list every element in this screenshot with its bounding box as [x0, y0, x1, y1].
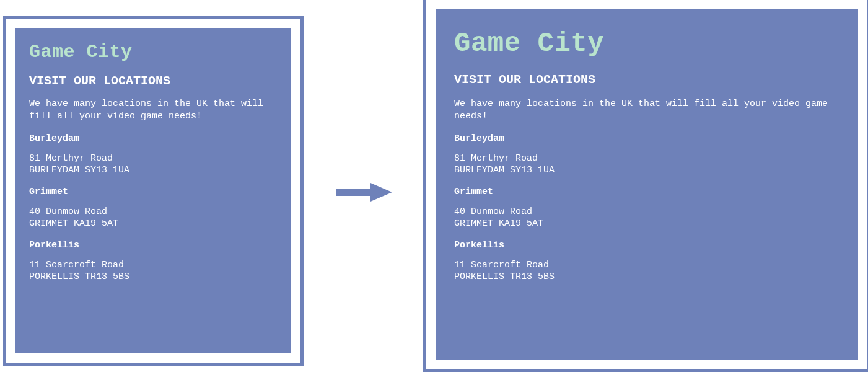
- location-name: Porkellis: [29, 240, 278, 251]
- location-address: 11 Scarcroft Road PORKELLIS TR13 5BS: [29, 259, 278, 283]
- section-heading: VISIT OUR LOCATIONS: [454, 73, 840, 87]
- location-name: Grimmet: [454, 187, 840, 197]
- locations-card-before: Game City VISIT OUR LOCATIONS We have ma…: [6, 19, 300, 363]
- locations-card-after: Game City VISIT OUR LOCATIONS We have ma…: [426, 0, 867, 369]
- location-address: 81 Merthyr Road BURLEYDAM SY13 1UA: [454, 153, 840, 177]
- intro-text: We have many locations in the UK that wi…: [29, 98, 278, 123]
- location-address: 11 Scarcroft Road PORKELLIS TR13 5BS: [454, 259, 840, 283]
- location-name: Grimmet: [29, 187, 278, 197]
- location-address: 40 Dunmow Road GRIMMET KA19 5AT: [29, 206, 278, 230]
- location-name: Burleydam: [454, 133, 840, 144]
- arrow-icon: [336, 183, 392, 202]
- location-name: Porkellis: [454, 240, 840, 251]
- location-address: 81 Merthyr Road BURLEYDAM SY13 1UA: [29, 153, 278, 177]
- location-name: Burleydam: [29, 133, 278, 144]
- brand-title: Game City: [29, 42, 278, 63]
- section-heading: VISIT OUR LOCATIONS: [29, 74, 278, 88]
- brand-title: Game City: [454, 28, 840, 59]
- intro-text: We have many locations in the UK that wi…: [454, 98, 840, 123]
- location-address: 40 Dunmow Road GRIMMET KA19 5AT: [454, 206, 840, 230]
- svg-marker-0: [336, 183, 392, 202]
